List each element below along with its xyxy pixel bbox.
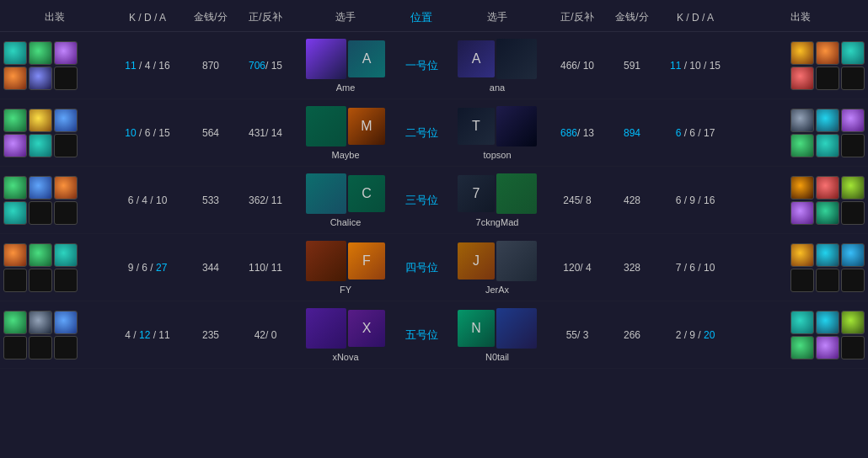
player-block-fy: F FY bbox=[295, 241, 396, 295]
gold-left-3: 344 bbox=[185, 262, 236, 274]
item-slot bbox=[29, 311, 52, 334]
items-right-1 bbox=[733, 107, 868, 159]
hero-portrait bbox=[496, 308, 537, 349]
col-player-right-3: J JerAx bbox=[447, 241, 548, 295]
player-avatars: T bbox=[458, 106, 537, 146]
player-name: Chalice bbox=[330, 217, 362, 227]
items-right-2 bbox=[733, 174, 868, 226]
player-avatars: C bbox=[306, 173, 385, 214]
player-name: Maybe bbox=[331, 150, 359, 160]
player-row: 6 / 4 / 10 533 362/ 11 C Chalice 三号位 bbox=[0, 167, 868, 234]
item-slot bbox=[816, 201, 839, 225]
item-slot bbox=[841, 336, 865, 359]
header-gold-left: 金钱/分 bbox=[194, 11, 227, 23]
gold-right-2: 428 bbox=[607, 194, 657, 206]
item-slot bbox=[790, 336, 814, 359]
gold-right-3: 328 bbox=[607, 262, 657, 274]
person-portrait: C bbox=[348, 175, 385, 212]
kda-left-0: 11 / 4 / 16 bbox=[110, 60, 185, 72]
kda-left-1: 10 / 6 / 15 bbox=[110, 127, 185, 139]
cs-left-0: 706/ 15 bbox=[236, 60, 295, 72]
item-slot bbox=[29, 176, 52, 200]
item-slot bbox=[816, 176, 839, 200]
header-kda-left: K / D / A bbox=[129, 12, 166, 24]
header-kda-right: K / D / A bbox=[677, 12, 714, 24]
header-cs-left: 正/反补 bbox=[249, 11, 281, 23]
item-slot bbox=[841, 269, 865, 292]
person-portrait: F bbox=[348, 242, 385, 280]
items-right-4 bbox=[733, 309, 868, 361]
item-slot bbox=[841, 311, 865, 334]
kda-right-0: 11 / 10 / 15 bbox=[657, 60, 733, 72]
header-items-left: 出装 bbox=[45, 10, 65, 24]
player-avatars: F bbox=[306, 241, 385, 281]
kda-left-4: 4 / 12 / 11 bbox=[110, 329, 185, 341]
header-player-right: 选手 bbox=[487, 11, 507, 23]
player-name: FY bbox=[340, 285, 351, 295]
col-player-left-3: F FY bbox=[295, 241, 396, 295]
header-gold-right: 金钱/分 bbox=[615, 11, 648, 23]
position-4: 五号位 bbox=[396, 328, 447, 343]
item-slot bbox=[816, 243, 839, 267]
player-name: 7ckngMad bbox=[476, 217, 519, 227]
item-slot bbox=[790, 176, 814, 200]
player-block-n0tail: N N0tail bbox=[447, 308, 548, 362]
player-block-chalice: C Chalice bbox=[295, 173, 396, 227]
kda-left-2: 6 / 4 / 10 bbox=[110, 194, 185, 206]
item-slot bbox=[29, 201, 52, 225]
item-slot bbox=[841, 109, 865, 132]
player-avatars: M bbox=[306, 106, 385, 146]
player-row: 11 / 4 / 16 870 706/ 15 A Ame 一号位 bbox=[0, 32, 868, 99]
item-slot bbox=[3, 336, 27, 359]
item-slot bbox=[790, 269, 814, 292]
cs-left-3: 110/ 11 bbox=[236, 262, 295, 274]
player-name: ana bbox=[490, 83, 505, 93]
person-portrait: A bbox=[348, 40, 385, 77]
cs-left-4: 42/ 0 bbox=[236, 329, 295, 341]
items-left-0 bbox=[0, 40, 110, 92]
player-avatars: A bbox=[306, 39, 385, 79]
items-right-3 bbox=[733, 242, 868, 294]
person-portrait: N bbox=[458, 310, 495, 347]
player-avatars: A bbox=[458, 39, 537, 79]
col-player-left-1: M Maybe bbox=[295, 106, 396, 160]
kda-right-4: 2 / 9 / 20 bbox=[657, 329, 733, 341]
item-slot bbox=[54, 41, 78, 65]
gold-left-0: 870 bbox=[185, 60, 236, 72]
item-slot bbox=[54, 336, 78, 359]
hero-portrait bbox=[306, 173, 346, 214]
rows-container: 11 / 4 / 16 870 706/ 15 A Ame 一号位 bbox=[0, 32, 868, 369]
item-slot bbox=[29, 134, 52, 157]
position-0: 一号位 bbox=[396, 58, 447, 73]
item-slot bbox=[841, 243, 865, 267]
item-slot bbox=[54, 67, 78, 90]
items-left-2 bbox=[0, 174, 110, 226]
item-slot bbox=[54, 109, 78, 132]
hero-portrait bbox=[496, 173, 537, 214]
cs-right-2: 245/ 8 bbox=[548, 194, 607, 206]
cs-right-3: 120/ 4 bbox=[548, 262, 607, 274]
player-name: topson bbox=[483, 150, 511, 160]
player-avatars: J bbox=[458, 241, 537, 281]
gold-left-4: 235 bbox=[185, 329, 236, 341]
items-left-4 bbox=[0, 309, 110, 361]
cs-left-2: 362/ 11 bbox=[236, 194, 295, 206]
player-block-xnova: X xNova bbox=[295, 308, 396, 362]
cs-right-4: 55/ 3 bbox=[548, 329, 607, 341]
item-slot bbox=[841, 201, 865, 225]
hero-portrait bbox=[306, 308, 346, 349]
header-player-left: 选手 bbox=[335, 11, 356, 23]
item-slot bbox=[841, 176, 865, 200]
item-slot bbox=[816, 134, 839, 157]
position-2: 三号位 bbox=[396, 193, 447, 208]
items-left-1 bbox=[0, 107, 110, 159]
person-portrait: 7 bbox=[458, 175, 495, 212]
gold-right-1: 894 bbox=[607, 127, 657, 139]
player-block-ana: A ana bbox=[447, 39, 548, 93]
player-block-topson: T topson bbox=[447, 106, 548, 160]
hero-portrait bbox=[496, 39, 537, 79]
item-slot bbox=[29, 243, 52, 267]
item-slot bbox=[3, 243, 27, 267]
item-slot bbox=[3, 201, 27, 225]
cs-right-1: 686/ 13 bbox=[548, 127, 607, 139]
